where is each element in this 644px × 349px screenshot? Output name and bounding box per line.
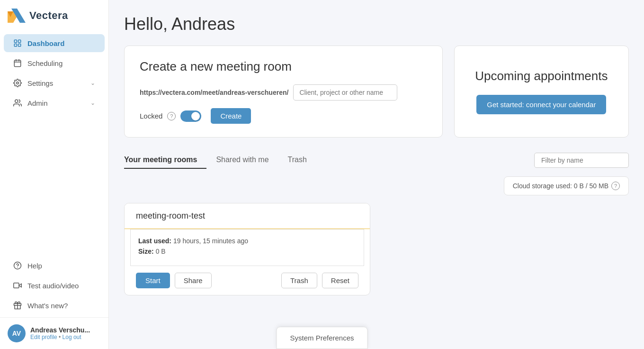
sidebar-item-whats-new[interactable]: What's new? xyxy=(4,296,105,314)
locked-label: Locked xyxy=(140,112,162,120)
svg-point-12 xyxy=(15,100,18,102)
room-name-input[interactable] xyxy=(293,84,397,101)
logout-link[interactable]: Log out xyxy=(63,334,81,340)
svg-rect-3 xyxy=(14,40,17,42)
room-card-actions-right: Trash Reset xyxy=(281,273,358,288)
sidebar-item-help[interactable]: Help xyxy=(4,257,105,275)
system-preferences-popup[interactable]: System Preferences xyxy=(276,327,367,349)
locked-toggle[interactable] xyxy=(180,110,201,122)
size-value: 0 B xyxy=(156,248,166,255)
svg-rect-6 xyxy=(18,44,21,46)
cloud-storage-row: Cloud storage used: 0 B / 50 MB ? xyxy=(124,176,629,195)
sidebar-item-label: Settings xyxy=(27,79,53,87)
cloud-storage-badge: Cloud storage used: 0 B / 50 MB ? xyxy=(504,176,629,195)
create-button[interactable]: Create xyxy=(211,108,251,124)
tabs-row: Your meeting rooms Shared with me Trash xyxy=(124,152,629,169)
sidebar-item-label: Scheduling xyxy=(27,59,63,67)
sidebar-item-scheduling[interactable]: Scheduling xyxy=(4,54,105,72)
sidebar-item-settings[interactable]: Settings ⌄ xyxy=(4,74,105,92)
meeting-room-card: meeting-room-test Last used: 19 hours, 1… xyxy=(124,203,370,295)
connect-calendar-button[interactable]: Get started: connect your calendar xyxy=(476,95,606,114)
svg-marker-15 xyxy=(19,284,21,287)
create-meeting-room-card: Create a new meeting room https://vecter… xyxy=(124,46,443,138)
admin-icon xyxy=(13,99,22,107)
tab-your-meeting-rooms[interactable]: Your meeting rooms xyxy=(124,152,206,169)
user-name: Andreas Verschu... xyxy=(30,326,90,334)
sidebar-item-label: What's new? xyxy=(27,302,68,310)
svg-rect-16 xyxy=(14,283,19,288)
user-links: Edit profile • Log out xyxy=(30,334,90,340)
main-content: Hello, Andreas Create a new meeting room… xyxy=(109,0,644,349)
avatar: AV xyxy=(8,324,26,342)
room-name: meeting-room-test xyxy=(136,211,205,220)
size-label: Size: xyxy=(138,248,154,255)
cloud-storage-label: Cloud storage used: 0 B / 50 MB xyxy=(513,182,608,190)
locked-help-icon[interactable]: ? xyxy=(167,112,176,120)
settings-icon xyxy=(13,79,22,87)
user-profile: AV Andreas Verschu... Edit profile • Log… xyxy=(0,317,108,349)
admin-chevron-icon: ⌄ xyxy=(90,100,95,106)
last-used-value: 19 hours, 15 minutes ago xyxy=(173,237,248,245)
sidebar-navigation: Dashboard Scheduling Settings ⌄ Admin ⌄ xyxy=(0,31,108,317)
tab-shared-with-me[interactable]: Shared with me xyxy=(216,152,278,169)
tab-trash[interactable]: Trash xyxy=(288,152,316,169)
vectera-logo-icon xyxy=(8,9,26,23)
logo-text: Vectera xyxy=(29,9,68,22)
start-button[interactable]: Start xyxy=(136,273,170,288)
room-card-body: Last used: 19 hours, 15 minutes ago Size… xyxy=(130,229,364,266)
edit-profile-link[interactable]: Edit profile xyxy=(30,334,57,340)
top-row: Create a new meeting room https://vecter… xyxy=(124,46,629,138)
reset-button[interactable]: Reset xyxy=(322,273,358,288)
last-used-label: Last used: xyxy=(138,237,171,245)
sidebar-item-test-audio-video[interactable]: Test audio/video xyxy=(4,276,105,294)
logo: Vectera xyxy=(0,0,108,31)
page-title: Hello, Andreas xyxy=(124,14,629,34)
cloud-storage-help-icon[interactable]: ? xyxy=(611,182,620,190)
url-input-row: https://vectera.com/meet/andreas-verschu… xyxy=(140,84,427,101)
room-card-header: meeting-room-test xyxy=(125,203,370,229)
sidebar-item-dashboard[interactable]: Dashboard xyxy=(4,34,105,52)
svg-point-11 xyxy=(17,82,19,84)
room-card-footer: Start Share Trash Reset xyxy=(125,266,370,295)
upcoming-appointments-card: Upcoming appointments Get started: conne… xyxy=(454,46,629,138)
svg-rect-4 xyxy=(18,40,21,42)
user-info: Andreas Verschu... Edit profile • Log ou… xyxy=(30,326,90,340)
gift-icon xyxy=(13,301,22,310)
size-row: Size: 0 B xyxy=(138,248,356,255)
sidebar-item-admin[interactable]: Admin ⌄ xyxy=(4,94,105,112)
sidebar-item-label: Admin xyxy=(27,99,48,107)
toggle-thumb xyxy=(191,112,200,120)
sidebar-item-label: Dashboard xyxy=(27,39,64,47)
help-icon xyxy=(13,261,22,270)
upcoming-title: Upcoming appointments xyxy=(475,69,608,83)
settings-chevron-icon: ⌄ xyxy=(90,80,95,86)
trash-button[interactable]: Trash xyxy=(281,273,317,288)
sidebar-item-label: Test audio/video xyxy=(27,282,79,290)
scheduling-icon xyxy=(13,59,22,67)
share-button[interactable]: Share xyxy=(175,273,212,288)
system-preferences-label: System Preferences xyxy=(290,334,354,342)
video-icon xyxy=(13,281,22,290)
sidebar-item-label: Help xyxy=(27,262,42,270)
filter-input[interactable] xyxy=(534,153,629,168)
sidebar: Vectera Dashboard Scheduling Settings ⌄ xyxy=(0,0,109,349)
dashboard-icon xyxy=(13,39,22,47)
create-card-title: Create a new meeting room xyxy=(140,59,427,74)
url-base: https://vectera.com/meet/andreas-verschu… xyxy=(140,89,288,96)
svg-rect-5 xyxy=(14,44,17,46)
last-used-row: Last used: 19 hours, 15 minutes ago xyxy=(138,237,356,245)
svg-rect-7 xyxy=(14,60,21,67)
locked-row: Locked ? Create xyxy=(140,108,427,124)
